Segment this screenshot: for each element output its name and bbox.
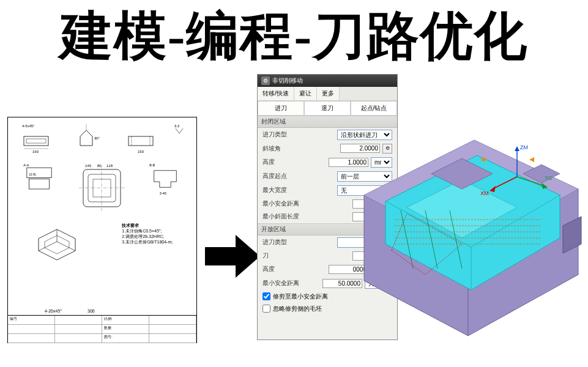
svg-rect-1 [26,139,46,143]
svg-text:4-5x45°: 4-5x45° [22,124,35,128]
svg-marker-27 [515,146,519,151]
label-min-ramp-len: 最小斜面长度 [262,212,350,221]
svg-text:A-A: A-A [23,163,29,167]
label-check-ignore: 忽略修剪侧的毛坯 [273,305,322,313]
label-min-safe: 最小安全距离 [262,199,350,208]
bp-view-2: 30° [71,121,108,155]
gear-icon: ⚙ [261,76,270,85]
svg-text:(2:9): (2:9) [29,172,36,176]
label-engage-type: 进刀类型 [262,130,335,139]
svg-text:30°: 30° [94,136,100,140]
svg-rect-17 [88,174,116,202]
check-ignore-blank[interactable] [262,305,270,313]
tab-engage[interactable]: 进刀 [258,101,304,116]
svg-text:118: 118 [106,164,113,168]
label-min-safe2: 最小安全距离 [262,279,320,287]
label-height: 高度 [262,158,326,166]
arrow-icon [205,232,260,281]
tab-transfer[interactable]: 转移/快速 [258,87,294,100]
svg-text:ZM: ZM [520,144,528,150]
label-tool: 刀 [262,251,350,260]
check-trim-safe[interactable] [262,292,270,300]
content-area: 4-5x45°150 30° 150 3.2 A-A(2:9) 14580118… [0,67,588,342]
3d-model-view[interactable]: ZM YC XM [340,116,584,342]
svg-text:80: 80 [97,164,102,168]
svg-text:3-45: 3-45 [160,191,166,195]
bp-view-iso [29,220,84,269]
bp-view-4: A-A(2:9) [21,162,58,196]
label-height-from: 高度起点 [262,172,335,180]
svg-text:YC: YC [545,175,553,181]
label-max-width: 最大宽度 [262,186,335,195]
svg-text:XM: XM [480,190,489,196]
bp-view-3: 150 [122,121,159,155]
tab-avoid[interactable]: 避让 [294,87,317,100]
label-engage-type2: 进刀类型 [262,238,335,247]
dialog-titlebar[interactable]: ⚙ 非切削移动 [258,75,397,87]
svg-text:150: 150 [32,150,39,154]
svg-rect-18 [93,179,111,197]
tab-more[interactable]: 更多 [317,87,340,100]
dialog-title-text: 非切削移动 [272,75,303,87]
bp-view-main: 14580118 [76,162,128,214]
dialog-tabs-row1: 转移/快速 避让 更多 [258,87,397,101]
svg-rect-13 [29,179,50,189]
tab-start[interactable]: 起点/钻点 [351,101,397,116]
label-height2: 高度 [262,265,326,273]
blueprint-drawing: 4-5x45°150 30° 150 3.2 A-A(2:9) 14580118… [7,117,197,343]
tab-retract[interactable]: 退刀 [304,101,351,116]
svg-rect-7 [128,136,153,146]
svg-text:3.2: 3.2 [174,124,180,128]
svg-text:B-B: B-B [149,163,155,167]
svg-rect-0 [24,136,48,146]
bp-annotation: 3.2 [174,121,185,156]
bp-view-1: 4-5x45°150 [19,121,56,155]
bp-view-5: B-B3-45 [147,162,184,196]
svg-text:145: 145 [85,164,92,168]
label-check-trim: 修剪至最小安全距离 [273,292,328,301]
bp-tech-notes: 技术要求 1.未注倒角C0.5×45°; 2.调质处理28-32HRC; 3.未… [119,220,175,247]
svg-marker-36 [529,157,534,162]
label-ramp-angle: 斜坡角 [262,144,338,153]
bp-titleblock: 编号 比例: 数量: 图号: [8,315,196,343]
main-title: 建模-编程-刀路优化 [0,0,588,67]
dialog-tabs-row2: 进刀 退刀 起点/钻点 [258,101,397,116]
svg-text:150: 150 [138,150,144,154]
